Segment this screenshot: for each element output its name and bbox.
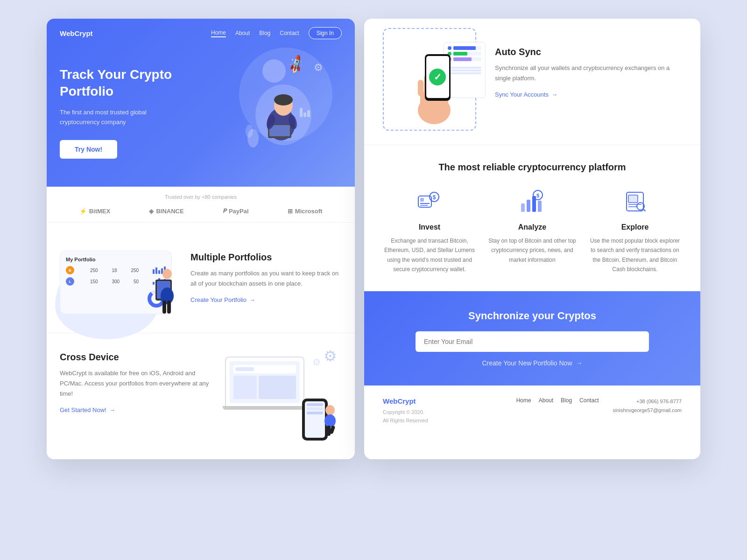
svg-rect-42 — [538, 201, 542, 212]
hero-logo: WebCrypt — [60, 29, 93, 37]
multiple-portfolios-desc: Create as many portfolios as you want to… — [190, 268, 342, 289]
footer-nav-blog[interactable]: Blog — [561, 397, 572, 404]
btc-icon: B — [66, 266, 74, 274]
svg-point-18 — [161, 287, 174, 304]
explore-title: Explore — [588, 223, 682, 231]
multiple-portfolios-text: Multiple Portfolios Create as many portf… — [190, 252, 342, 303]
arrow-right-icon-2: → — [109, 406, 115, 413]
hand-phone-svg: ✓ — [406, 45, 462, 124]
auto-sync-title: Auto Sync — [495, 47, 682, 57]
svg-rect-34 — [420, 198, 424, 202]
hand-phone-container: ✓ — [406, 45, 462, 126]
nav-links: Home About Blog Contact Sign In — [211, 27, 342, 39]
analyze-desc: Stay on top of Bitcoin and other top cry… — [486, 236, 579, 265]
footer: WebCrypt Copyright © 2020. All Rights Re… — [364, 385, 700, 436]
nav-contact[interactable]: Contact — [280, 30, 299, 36]
get-started-link[interactable]: Get Started Now! → — [60, 406, 211, 413]
svg-rect-20 — [167, 301, 171, 314]
svg-point-17 — [162, 269, 172, 279]
trusted-text: Trusted over by +80 companies — [60, 194, 342, 200]
svg-rect-39 — [521, 203, 525, 212]
gear-small-icon: ⚙ — [312, 357, 321, 368]
footer-contact: +38 (066) 976-8777 sinishnvgeorge57@gmai… — [613, 397, 682, 416]
nav-about[interactable]: About — [235, 30, 250, 36]
invest-icon-box: $ — [415, 187, 444, 217]
hero-subtitle: The first and most trusted global crypto… — [60, 108, 162, 127]
sync-accounts-link[interactable]: Sync Your Accounts → — [495, 91, 682, 98]
left-card: WebCrypt Home About Blog Contact Sign In… — [47, 19, 355, 459]
hero-content: Track Your Crypto Portfolio The first an… — [47, 48, 355, 177]
svg-point-22 — [324, 414, 336, 427]
nav-home[interactable]: Home — [211, 29, 226, 37]
svg-rect-46 — [628, 195, 638, 203]
svg-text:$: $ — [536, 193, 539, 198]
signin-button[interactable]: Sign In — [309, 27, 342, 39]
analyze-title: Analyze — [486, 223, 579, 231]
sync-cta-title: Synchronize your Cryptos — [468, 310, 596, 322]
dash-title: My Portfolio — [66, 257, 166, 262]
footer-nav-about[interactable]: About — [539, 397, 553, 404]
try-now-button[interactable]: Try Now! — [60, 140, 117, 159]
svg-rect-40 — [527, 200, 530, 212]
cross-device-illustration: ⚙ ⚙ — [220, 347, 342, 441]
hero-text: Track Your Crypto Portfolio The first an… — [60, 52, 211, 159]
explore-icon — [620, 187, 650, 217]
svg-rect-27 — [418, 80, 423, 96]
hero-nav: WebCrypt Home About Blog Contact Sign In — [47, 19, 355, 48]
partner-logos: ⚡ BitMEX ◈ BINANCE 𝙋 PayPal ⊞ Microsoft — [60, 207, 342, 215]
nav-blog[interactable]: Blog — [259, 30, 270, 36]
cross-device-title: Cross Device — [60, 352, 211, 363]
auto-sync-section: ✓ Auto Sync Synchronize all your wallets… — [364, 19, 700, 145]
footer-right: Home About Blog Contact +38 (066) 976-87… — [516, 397, 682, 416]
auto-sync-desc: Synchronize all your wallets and cryptoc… — [495, 63, 682, 84]
platform-title: The most reliable cryptocurrency platfor… — [383, 162, 682, 173]
create-portfolio-button[interactable]: Create Your New Portfolio Now → — [482, 359, 583, 367]
footer-left: WebCrypt Copyright © 2020. All Rights Re… — [383, 397, 516, 425]
cross-device-desc: WebCrypt is available for free on iOS, A… — [60, 368, 211, 399]
right-card: ✓ Auto Sync Synchronize all your wallets… — [364, 19, 700, 459]
platform-section: The most reliable cryptocurrency platfor… — [364, 145, 700, 291]
analyze-icon-box: $ — [517, 187, 547, 217]
trusted-bar: Trusted over by +80 companies ⚡ BitMEX ◈… — [47, 187, 355, 223]
moon-deco — [262, 59, 286, 83]
svg-rect-19 — [162, 301, 166, 314]
hero-illustration: 🚀 ⚙ — [211, 52, 342, 159]
phone-hand-illustration: ✓ — [383, 37, 486, 131]
arrow-right-icon-4: → — [576, 359, 583, 367]
analyze-card: $ Analyze Stay on top of Bitcoin and oth… — [486, 187, 579, 274]
ltc-icon: L — [66, 277, 74, 286]
auto-sync-text: Auto Sync Synchronize all your wallets a… — [495, 37, 682, 98]
invest-icon: $ — [415, 187, 444, 217]
svg-point-21 — [325, 405, 335, 415]
footer-copyright: Copyright © 2020. All Rights Reserved — [383, 408, 516, 425]
explore-desc: Use the most popular block explorer to s… — [588, 236, 682, 274]
create-portfolio-link[interactable]: Create Your Portfolio → — [190, 296, 342, 303]
cross-device-section: Cross Device WebCrypt is available for f… — [47, 333, 355, 459]
email-input[interactable] — [416, 331, 649, 352]
sync-cta-section: Synchronize your Cryptos Create Your New… — [364, 291, 700, 385]
portfolio-illustration: My Portfolio B 250 18 250 — [60, 241, 181, 314]
hero-section: WebCrypt Home About Blog Contact Sign In… — [47, 19, 355, 187]
footer-nav: Home About Blog Contact — [516, 397, 599, 404]
footer-nav-home[interactable]: Home — [516, 397, 531, 404]
invest-title: Invest — [383, 223, 476, 231]
partner-paypal: 𝙋 PayPal — [223, 207, 249, 215]
phone-hand-mock: ✓ — [383, 37, 486, 131]
explore-card: Explore Use the most popular block explo… — [588, 187, 682, 274]
multiple-portfolios-section: My Portfolio B 250 18 250 — [47, 223, 355, 333]
cross-device-text: Cross Device WebCrypt is available for f… — [60, 347, 211, 413]
svg-text:$: $ — [433, 194, 436, 201]
features-grid: $ Invest Exchange and transact Bitcoin, … — [383, 187, 682, 274]
svg-text:✓: ✓ — [434, 72, 442, 82]
hero-title: Track Your Crypto Portfolio — [60, 66, 211, 100]
partner-bitmex: ⚡ BitMEX — [79, 208, 111, 215]
partner-microsoft: ⊞ Microsoft — [288, 208, 323, 215]
footer-nav-contact[interactable]: Contact — [579, 397, 599, 404]
cross-device-content: Cross Device WebCrypt is available for f… — [60, 347, 342, 441]
invest-card: $ Invest Exchange and transact Bitcoin, … — [383, 187, 476, 274]
multiple-portfolios-title: Multiple Portfolios — [190, 252, 342, 263]
invest-desc: Exchange and transact Bitcoin, Ethereum,… — [383, 236, 476, 274]
person-tablet-icon — [148, 266, 186, 322]
analyze-icon: $ — [517, 187, 547, 217]
gear-deco2-icon: ⚙ — [324, 347, 337, 365]
